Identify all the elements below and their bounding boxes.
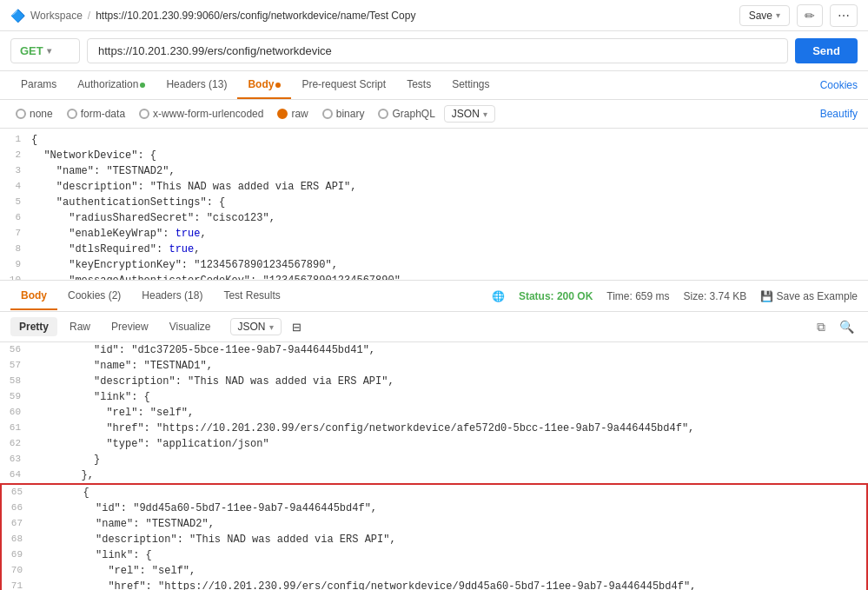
editor-line: 8 "dtlsRequired": true,: [0, 242, 868, 257]
response-body-editor: 56 "id": "d1c37205-5bce-11ee-9ab7-9a4464…: [0, 342, 868, 590]
editor-line: 58 "description": "This NAD was added vi…: [0, 374, 868, 389]
highlighted-editor-line: 67 "name": "TESTNAD2",: [2, 516, 866, 532]
line-number: 61: [0, 421, 31, 435]
workspace-label[interactable]: Workspace: [30, 10, 83, 22]
resp-view-preview[interactable]: Preview: [103, 317, 157, 336]
save-button[interactable]: Save ▾: [739, 5, 790, 26]
editor-line: 57 "name": "TESTNAD1",: [0, 358, 868, 374]
editor-line: 63 }: [0, 452, 868, 467]
radio-form-data[interactable]: form-data: [62, 106, 130, 122]
radio-graphql[interactable]: GraphQL: [373, 106, 440, 122]
line-content: "link": {: [31, 389, 868, 405]
line-number: 7: [0, 226, 31, 241]
radio-raw-label: raw: [291, 108, 308, 120]
tab-body[interactable]: Body: [237, 71, 291, 99]
response-time: Time: 659 ms: [606, 290, 669, 302]
response-bar: Body Cookies (2) Headers (18) Test Resul…: [0, 281, 868, 312]
json-format-select[interactable]: JSON ▾: [444, 105, 495, 123]
save-as-example-button[interactable]: 💾 Save as Example: [760, 290, 858, 302]
highlighted-editor-line: 65 {: [2, 485, 866, 501]
tab-authorization[interactable]: Authorization: [67, 71, 156, 99]
request-title: https://10.201.230.99:9060/ers/config/ne…: [96, 10, 415, 22]
line-content: "keyEncryptionKey": "1234567890123456789…: [31, 257, 868, 273]
line-number: 58: [0, 374, 31, 388]
editor-line: 64 },: [0, 467, 868, 483]
tab-params[interactable]: Params: [10, 71, 67, 99]
line-number: 65: [2, 485, 33, 500]
method-select[interactable]: GET ▾: [10, 38, 80, 63]
radio-urlencoded[interactable]: x-www-form-urlencoded: [134, 106, 268, 122]
line-content: "name": "TESTNAD2",: [31, 163, 868, 179]
line-number: 62: [0, 436, 31, 451]
line-content: "description": "This NAD was added via E…: [33, 532, 866, 547]
radio-binary[interactable]: binary: [317, 106, 370, 122]
highlighted-editor-line: 70 "rel": "self",: [2, 563, 866, 579]
editor-line: 6 "radiusSharedSecret": "cisco123",: [0, 210, 868, 226]
cookies-link[interactable]: Cookies: [820, 79, 858, 91]
url-input[interactable]: [87, 38, 788, 63]
json-format-chevron-icon: ▾: [483, 109, 487, 119]
resp-tab-body[interactable]: Body: [10, 282, 57, 310]
resp-tab-headers[interactable]: Headers (18): [131, 282, 213, 310]
tab-tests[interactable]: Tests: [396, 71, 441, 99]
response-status: Status: 200 OK: [519, 290, 593, 302]
radio-none[interactable]: none: [10, 106, 58, 122]
title-bar-left: 🔷 Workspace / https://10.201.230.99:9060…: [10, 9, 415, 23]
line-number: 67: [2, 516, 33, 531]
resp-json-select[interactable]: JSON ▾: [230, 318, 282, 335]
postman-icon: 🔷: [10, 9, 25, 23]
highlighted-response-block: 65 {66 "id": "9dd45a60-5bd7-11ee-9ab7-9a…: [0, 483, 868, 590]
method-chevron-icon: ▾: [47, 46, 51, 56]
line-content: "id": "9dd45a60-5bd7-11ee-9ab7-9a446445b…: [33, 501, 866, 516]
search-icon[interactable]: 🔍: [836, 318, 858, 336]
tab-pre-request[interactable]: Pre-request Script: [291, 71, 396, 99]
line-number: 10: [0, 273, 31, 281]
tab-headers[interactable]: Headers (13): [156, 71, 237, 99]
line-content: "href": "https://10.201.230.99/ers/confi…: [33, 579, 866, 590]
resp-tab-cookies[interactable]: Cookies (2): [57, 282, 131, 310]
highlighted-editor-line: 66 "id": "9dd45a60-5bd7-11ee-9ab7-9a4464…: [2, 501, 866, 516]
resp-tab-test-results[interactable]: Test Results: [213, 282, 290, 310]
filter-icon[interactable]: ⊟: [292, 321, 301, 334]
resp-json-chevron-icon: ▾: [269, 322, 274, 332]
radio-raw-dot: [277, 109, 288, 119]
send-button[interactable]: Send: [795, 38, 858, 63]
radio-form-data-dot: [67, 109, 77, 119]
highlighted-editor-line: 68 "description": "This NAD was added vi…: [2, 532, 866, 547]
save-icon: 💾: [760, 290, 773, 302]
radio-graphql-label: GraphQL: [392, 108, 434, 120]
line-content: "authenticationSettings": {: [31, 195, 868, 210]
radio-urlencoded-dot: [139, 109, 149, 119]
resp-view-raw[interactable]: Raw: [61, 317, 99, 336]
beautify-button[interactable]: Beautify: [820, 108, 858, 120]
edit-icon-button[interactable]: ✏: [797, 4, 823, 27]
copy-icon[interactable]: ⧉: [813, 318, 829, 336]
resp-format-right: ⧉ 🔍: [813, 318, 858, 336]
line-number: 59: [0, 389, 31, 404]
line-number: 5: [0, 195, 31, 209]
radio-urlencoded-label: x-www-form-urlencoded: [153, 108, 263, 120]
editor-line: 3 "name": "TESTNAD2",: [0, 163, 868, 179]
request-body-editor: 1{2 "NetworkDevice": {3 "name": "TESTNAD…: [0, 129, 868, 281]
editor-line: 7 "enableKeyWrap": true,: [0, 226, 868, 242]
line-number: 2: [0, 148, 31, 162]
editor-line: 4 "description": "This NAD was added via…: [0, 179, 868, 195]
line-content: "radiusSharedSecret": "cisco123",: [31, 210, 868, 226]
line-number: 4: [0, 179, 31, 194]
editor-line: 59 "link": {: [0, 389, 868, 405]
editor-line: 5 "authenticationSettings": {: [0, 195, 868, 210]
line-content: "description": "This NAD was added via E…: [31, 179, 868, 195]
resp-view-visualize[interactable]: Visualize: [161, 317, 220, 336]
line-content: "dtlsRequired": true,: [31, 242, 868, 257]
more-options-button[interactable]: ⋯: [830, 4, 858, 27]
editor-line: 1{: [0, 132, 868, 148]
radio-raw[interactable]: raw: [272, 106, 313, 122]
response-size: Size: 3.74 KB: [684, 290, 747, 302]
title-bar-right: Save ▾ ✏ ⋯: [739, 4, 858, 27]
resp-view-pretty[interactable]: Pretty: [10, 317, 57, 336]
url-bar: GET ▾ Send: [0, 31, 868, 71]
editor-line: 56 "id": "d1c37205-5bce-11ee-9ab7-9a4464…: [0, 342, 868, 358]
tab-settings[interactable]: Settings: [441, 71, 500, 99]
save-chevron-icon: ▾: [776, 10, 780, 20]
json-format-label: JSON: [452, 108, 480, 120]
